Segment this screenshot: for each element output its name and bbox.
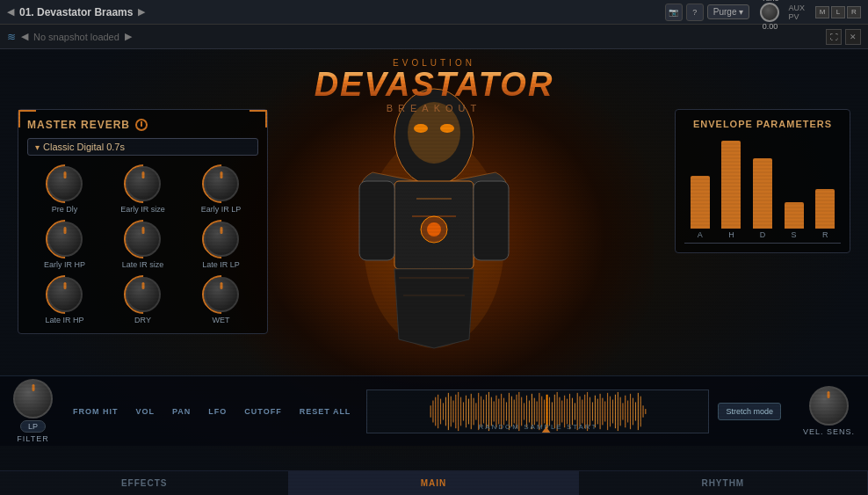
svg-rect-29 (468, 398, 470, 424)
m-button[interactable]: M (815, 6, 829, 18)
camera-icon[interactable]: 📷 (665, 4, 683, 21)
aux-label: AUX (788, 4, 805, 12)
svg-rect-20 (445, 397, 447, 426)
corner-decoration-tl (18, 110, 36, 127)
sb-prev[interactable]: ◀ (21, 31, 28, 42)
svg-rect-77 (590, 397, 591, 426)
early-ir-size-knob[interactable] (126, 166, 161, 201)
svg-rect-22 (451, 396, 452, 426)
vel-sens-knob[interactable] (809, 386, 849, 426)
reset-all-label[interactable]: RESET ALL (300, 407, 351, 416)
svg-rect-70 (572, 397, 574, 425)
svg-rect-96 (638, 392, 640, 429)
early-ir-hp-label: Early IR HP (44, 260, 85, 270)
wet-label: WET (213, 316, 230, 325)
pre-dly-label: Pre Dly (52, 205, 78, 215)
svg-rect-26 (460, 397, 462, 426)
tune-knob[interactable] (760, 3, 779, 22)
svg-rect-28 (466, 395, 467, 426)
env-bar-s[interactable] (785, 202, 804, 229)
waveform-area[interactable]: RANDOM SAMPLE START (366, 389, 709, 433)
info-icon[interactable]: ? (686, 4, 704, 21)
wet-knob[interactable] (204, 277, 239, 312)
svg-rect-80 (597, 398, 599, 424)
l-button[interactable]: L (831, 6, 845, 18)
svg-rect-86 (612, 399, 614, 423)
waveform-icon: ≋ (7, 31, 16, 43)
svg-rect-88 (618, 391, 619, 430)
svg-rect-82 (602, 397, 604, 425)
sb-close-icon[interactable]: ✕ (845, 29, 861, 45)
next-arrow[interactable]: ▶ (138, 6, 145, 18)
from-hit-section: FROM HIT VOL PAN LFO CUTOFF RESET ALL (66, 407, 358, 416)
svg-rect-23 (452, 400, 454, 422)
env-bar-a[interactable] (691, 176, 710, 229)
r-button[interactable]: R (847, 6, 861, 18)
dry-knob[interactable] (126, 277, 161, 312)
svg-rect-84 (607, 392, 609, 429)
pre-dly-knob[interactable] (47, 166, 83, 201)
env-label-d: D (760, 230, 766, 239)
svg-rect-81 (599, 393, 601, 428)
early-ir-lp-label: Early IR LP (201, 205, 242, 215)
vel-sens-label: VEL. SENS. (803, 427, 855, 436)
env-bar-h[interactable] (721, 141, 741, 229)
late-ir-size-label: Late IR size (122, 260, 164, 270)
svg-rect-74 (582, 399, 583, 423)
svg-rect-92 (627, 400, 629, 422)
svg-rect-51 (524, 403, 525, 419)
filter-type[interactable]: LP (20, 420, 46, 433)
late-ir-hp-label: Late IR HP (45, 316, 83, 325)
stretch-mode-button[interactable]: Stretch mode (718, 403, 781, 420)
svg-rect-91 (625, 395, 626, 426)
knob-item-early-ir-hp: Early IR HP (27, 222, 102, 270)
env-bar-r[interactable] (815, 189, 835, 229)
svg-rect-19 (443, 403, 445, 419)
svg-rect-50 (521, 397, 523, 426)
filter-section: LP FILTER (0, 379, 66, 443)
svg-rect-61 (549, 397, 551, 426)
svg-rect-17 (438, 394, 439, 427)
env-bar-d[interactable] (753, 158, 772, 229)
knob-item-late-ir-size: Late IR size (105, 222, 180, 270)
envelope-panel: ENVELOPE PARAMETERS A H D S R (675, 109, 850, 253)
svg-rect-56 (536, 401, 538, 421)
svg-rect-97 (640, 396, 642, 426)
knob-item-dry: DRY (105, 277, 180, 325)
aux-pv-section: AUX PV (788, 4, 805, 21)
tune-section: Tune 0.00 (760, 0, 779, 31)
preset-arrow: ▾ (35, 142, 40, 152)
svg-rect-78 (592, 402, 594, 420)
pv-label: PV (788, 12, 805, 21)
sb-next[interactable]: ▶ (125, 31, 132, 42)
power-button[interactable] (135, 119, 148, 131)
late-ir-size-knob[interactable] (126, 222, 161, 257)
knob-item-early-ir-lp: Early IR LP (184, 166, 258, 215)
late-ir-lp-knob[interactable] (204, 222, 239, 257)
preset-selector[interactable]: ▾ Classic Digital 0.7s (27, 138, 258, 156)
tune-value: 0.00 (763, 22, 778, 31)
svg-rect-10 (359, 181, 394, 260)
svg-rect-35 (483, 399, 485, 423)
waveform-label: RANDOM SAMPLE START (478, 423, 597, 431)
from-hit-label: FROM HIT (73, 407, 119, 416)
filter-knob[interactable] (13, 379, 53, 419)
env-bar-col-a: A (691, 176, 710, 239)
dry-label: DRY (134, 316, 151, 325)
early-ir-hp-knob[interactable] (47, 222, 83, 257)
tab-effects[interactable]: EFFECTS (0, 471, 289, 495)
knob-item-pre-dly: Pre Dly (27, 166, 102, 215)
svg-rect-18 (440, 398, 442, 424)
tab-main[interactable]: MAIN (289, 471, 578, 495)
env-label-s: S (792, 230, 797, 239)
late-ir-hp-knob[interactable] (47, 277, 83, 312)
knob-item-late-ir-lp: Late IR LP (184, 222, 258, 270)
purge-button[interactable]: Purge ▾ (707, 4, 750, 19)
vol-label: VOL (136, 407, 156, 416)
tab-rhythm[interactable]: RHYTHM (579, 471, 868, 495)
pan-label: PAN (172, 407, 191, 416)
sb-expand-icon[interactable]: ⛶ (826, 29, 842, 45)
early-ir-lp-knob[interactable] (204, 166, 239, 201)
filter-label: FILTER (17, 434, 48, 443)
prev-arrow[interactable]: ◀ (7, 6, 14, 18)
